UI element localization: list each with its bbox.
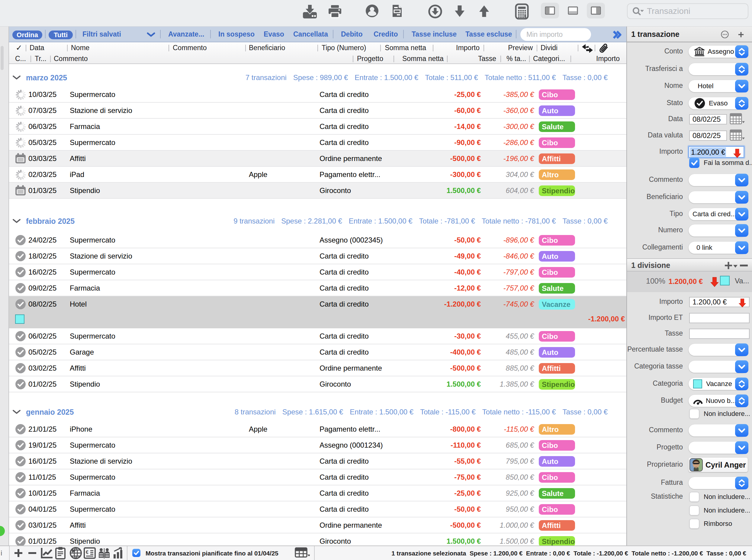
svg-text:€: €	[86, 550, 88, 555]
